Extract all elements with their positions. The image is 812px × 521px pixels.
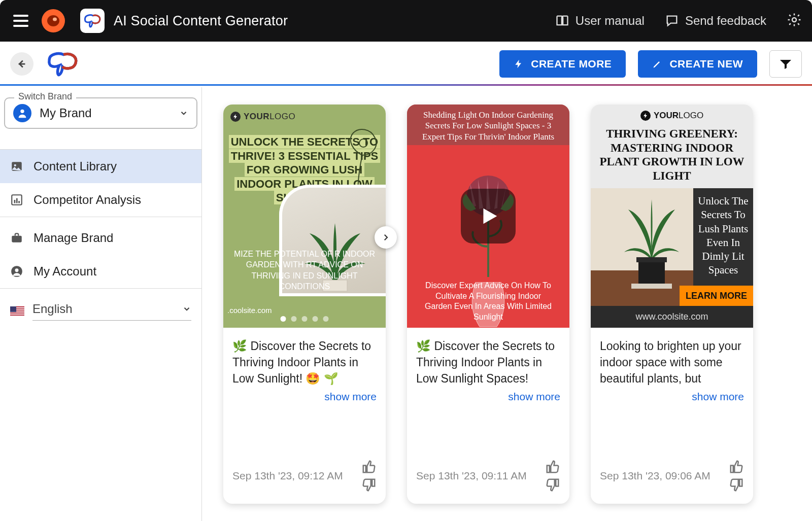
switch-brand-field: Switch Brand My Brand <box>4 97 197 129</box>
preview-headline: THRIVING GREENERY: MASTERING INDOOR PLAN… <box>591 121 753 183</box>
preview-photo: Unlock The Secrets To Lush Plants Even I… <box>591 188 753 306</box>
card-timestamp: Sep 13th '23, 09:06 AM <box>600 469 710 482</box>
sidebar-label-competitor-analysis: Competitor Analysis <box>33 193 141 207</box>
user-icon <box>10 265 23 278</box>
create-more-label: CREATE MORE <box>531 58 612 70</box>
preview-site: www.coolsite.com <box>591 306 753 328</box>
svg-point-6 <box>14 164 16 166</box>
card-preview[interactable]: YOURLOGO UNLOCK THE SECRETS TO THRIVE! 3… <box>223 105 386 328</box>
show-more-link[interactable]: show more <box>600 391 744 403</box>
play-icon <box>477 204 500 228</box>
svg-point-3 <box>792 18 796 22</box>
svg-point-4 <box>20 110 24 113</box>
card-caption: 🌿 Discover the Secrets to Thriving Indoo… <box>232 338 377 389</box>
svg-rect-10 <box>18 201 20 203</box>
sidebar-item-my-account[interactable]: My Account <box>0 255 201 288</box>
hamburger-menu-icon[interactable] <box>13 15 28 27</box>
content-card: YOURLOGO UNLOCK THE SECRETS TO THRIVE! 3… <box>223 105 386 504</box>
show-more-link[interactable]: show more <box>416 391 560 403</box>
filter-icon <box>780 58 792 70</box>
svg-rect-19 <box>631 284 672 289</box>
learn-more-button[interactable]: LEARN MORE <box>680 286 753 306</box>
card-preview[interactable]: Shedding Light On Indoor Gardening Secre… <box>407 105 569 328</box>
chevron-down-icon <box>179 109 188 118</box>
sidebar-item-content-library[interactable]: Content Library <box>0 150 201 183</box>
topbar: AI Social Content Generator User manual … <box>0 0 812 42</box>
book-icon <box>555 14 569 28</box>
us-flag-icon <box>10 306 24 317</box>
svg-point-14 <box>359 139 367 147</box>
action-bar: CREATE MORE CREATE NEW <box>0 42 812 87</box>
content-grid: YOURLOGO UNLOCK THE SECRETS TO THRIVE! 3… <box>202 87 812 521</box>
preview-logo: YOURLOGO <box>230 112 295 122</box>
svg-rect-18 <box>636 257 667 262</box>
comment-icon <box>665 14 679 28</box>
card-preview[interactable]: YOURLOGO THRIVING GREENERY: MASTERING IN… <box>591 105 753 328</box>
arrow-left-icon <box>16 58 27 70</box>
learn-more-label: LEARN MORE <box>686 291 747 301</box>
semrush-logo-icon[interactable] <box>41 8 66 33</box>
carousel-next-button[interactable] <box>375 226 397 249</box>
thumbs-up-icon[interactable] <box>545 459 560 474</box>
create-new-label: CREATE NEW <box>669 58 743 70</box>
sidebar-label-manage-brand: Manage Brand <box>33 231 113 245</box>
thumbs-up-icon[interactable] <box>729 459 744 474</box>
sidebar-item-competitor-analysis[interactable]: Competitor Analysis <box>0 183 201 217</box>
briefcase-icon <box>10 231 23 245</box>
carousel-dots <box>281 316 329 322</box>
bolt-icon <box>514 59 524 69</box>
svg-rect-11 <box>12 236 22 242</box>
sidebar-item-manage-brand[interactable]: Manage Brand <box>0 221 201 255</box>
main: Switch Brand My Brand Content Library Co… <box>0 87 812 521</box>
gear-icon <box>787 12 802 27</box>
preview-sub: MIZE THE POTENTIAL OF R INDOOR GARDEN WI… <box>223 249 386 292</box>
svg-rect-8 <box>14 200 16 203</box>
preview-logo: YOURLOGO <box>591 111 753 121</box>
play-button[interactable] <box>461 189 516 244</box>
content-card: Shedding Light On Indoor Gardening Secre… <box>407 105 569 504</box>
app-logo-icon <box>80 9 105 33</box>
send-feedback-label: Send feedback <box>685 14 766 28</box>
bar-chart-icon <box>10 193 23 206</box>
thumbs-down-icon[interactable] <box>729 477 744 493</box>
pencil-icon <box>652 59 662 69</box>
language-label: English <box>32 302 73 316</box>
thumbs-down-icon[interactable] <box>361 477 377 493</box>
sidebar-label-my-account: My Account <box>33 264 96 279</box>
brand-name: My Brand <box>40 106 92 120</box>
svg-point-1 <box>47 15 59 26</box>
app-title: AI Social Content Generator <box>114 13 288 29</box>
settings-button[interactable] <box>787 12 802 29</box>
content-card: YOURLOGO THRIVING GREENERY: MASTERING IN… <box>591 105 753 504</box>
sidebar-label-content-library: Content Library <box>33 159 117 173</box>
avatar-icon <box>13 104 31 122</box>
card-timestamp: Sep 13th '23, 09:11 AM <box>416 469 527 482</box>
create-more-button[interactable]: CREATE MORE <box>499 50 626 78</box>
svg-point-2 <box>53 18 57 21</box>
create-new-button[interactable]: CREATE NEW <box>638 50 757 78</box>
user-manual-link[interactable]: User manual <box>555 14 645 28</box>
svg-rect-9 <box>16 198 18 203</box>
user-manual-label: User manual <box>576 14 645 28</box>
card-caption: 🌿 Discover the Secrets to Thriving Indoo… <box>416 338 560 389</box>
image-icon <box>10 160 23 173</box>
back-button[interactable] <box>10 52 33 76</box>
brand-swirl-icon <box>46 50 79 78</box>
switch-brand-legend: Switch Brand <box>14 91 76 102</box>
chevron-right-icon <box>381 233 390 242</box>
filter-button[interactable] <box>769 50 802 78</box>
potted-plant-icon <box>616 188 687 291</box>
thumbs-down-icon[interactable] <box>545 477 560 493</box>
language-selector[interactable]: English <box>0 289 201 321</box>
send-feedback-link[interactable]: Send feedback <box>665 14 766 28</box>
preview-site: .coolsite.com <box>227 306 272 315</box>
preview-sub: Discover Expert Advice On How To Cultiva… <box>407 281 569 323</box>
card-timestamp: Sep 13th '23, 09:12 AM <box>232 469 343 482</box>
show-more-link[interactable]: show more <box>232 391 377 403</box>
sidebar: Switch Brand My Brand Content Library Co… <box>0 87 202 521</box>
preview-overlay-text: Unlock The Secrets To Lush Plants Even I… <box>693 188 753 290</box>
brand-select[interactable]: My Brand <box>4 97 197 129</box>
svg-point-13 <box>15 268 19 272</box>
chevron-down-icon <box>182 304 191 314</box>
thumbs-up-icon[interactable] <box>361 459 377 474</box>
